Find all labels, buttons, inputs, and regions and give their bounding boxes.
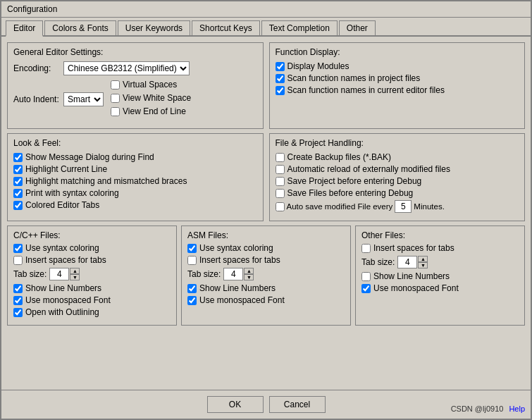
- asm-insert-spaces-label: Insert spaces for tabs: [199, 255, 280, 265]
- save-project-debug-checkbox[interactable]: [276, 177, 285, 186]
- asm-insert-spaces-checkbox[interactable]: [187, 256, 197, 265]
- editor-tab-content: General Editor Settings: Encoding: Chine…: [1, 37, 531, 390]
- asm-use-monospaced-checkbox[interactable]: [187, 296, 197, 305]
- cpp-use-syntax-checkbox[interactable]: [13, 244, 23, 253]
- cpp-files-title: C/C++ Files:: [13, 230, 171, 240]
- tab-user-keywords[interactable]: User Keywords: [118, 20, 190, 35]
- scan-editor-checkbox[interactable]: [276, 86, 285, 95]
- other-show-line-numbers-row: Show Line Numbers: [361, 271, 519, 281]
- view-white-space-checkbox[interactable]: [111, 94, 120, 103]
- tab-editor[interactable]: Editor: [6, 20, 43, 37]
- other-insert-spaces-label: Insert spaces for tabs: [373, 243, 454, 253]
- print-syntax-coloring-label: Print with syntax coloring: [25, 188, 119, 198]
- cpp-files-panel: C/C++ Files: Use syntax coloring Insert …: [7, 226, 177, 326]
- view-end-of-line-checkbox[interactable]: [111, 107, 120, 116]
- asm-use-syntax-checkbox[interactable]: [187, 244, 197, 253]
- show-message-dialog-checkbox[interactable]: [13, 153, 23, 162]
- configuration-window: Configuration Editor Colors & Fonts User…: [0, 0, 532, 420]
- display-modules-label: Display Modules: [287, 61, 349, 71]
- watermark: CSDN @lj0910: [451, 404, 504, 413]
- other-tab-size-input[interactable]: [397, 256, 417, 268]
- autosave-unit: Minutes.: [414, 202, 444, 211]
- auto-indent-label: Auto Indent:: [13, 94, 59, 104]
- cpp-insert-spaces-checkbox[interactable]: [13, 256, 23, 265]
- cpp-show-line-numbers-checkbox[interactable]: [13, 284, 23, 293]
- asm-files-panel: ASM Files: Use syntax coloring Insert sp…: [181, 226, 351, 326]
- look-feel-item-3: Print with syntax coloring: [13, 188, 257, 198]
- save-project-debug-label: Save Project before entering Debug: [287, 176, 422, 186]
- other-use-monospaced-checkbox[interactable]: [361, 284, 371, 293]
- auto-reload-checkbox[interactable]: [276, 165, 285, 174]
- highlight-current-line-checkbox[interactable]: [13, 165, 23, 174]
- encoding-row: Encoding: Chinese GB2312 (Simplified): [13, 61, 257, 75]
- other-show-line-numbers-checkbox[interactable]: [361, 272, 371, 281]
- top-row: General Editor Settings: Encoding: Chine…: [7, 42, 525, 129]
- scan-project-label: Scan function names in project files: [287, 73, 421, 83]
- tab-text-completion[interactable]: Text Completion: [261, 20, 338, 35]
- encoding-select[interactable]: Chinese GB2312 (Simplified): [63, 61, 190, 75]
- asm-tab-size-input[interactable]: [223, 268, 243, 280]
- show-message-dialog-label: Show Message Dialog during Find: [25, 152, 154, 162]
- other-tab-size-up-button[interactable]: ▲: [418, 256, 428, 262]
- file-project-item-0: Create Backup files (*.BAK): [276, 152, 519, 162]
- view-white-space-row: View White Space: [111, 93, 191, 103]
- file-project-title: File & Project Handling:: [276, 138, 519, 148]
- auto-indent-select[interactable]: Smart: [63, 92, 104, 106]
- cpp-tab-size-down-button[interactable]: ▼: [70, 274, 80, 280]
- asm-tab-size-down-button[interactable]: ▼: [244, 274, 254, 280]
- highlight-braces-label: Highlight matching and mismatched braces: [25, 176, 187, 186]
- asm-tab-size-up-button[interactable]: ▲: [244, 268, 254, 274]
- create-backup-checkbox[interactable]: [276, 153, 285, 162]
- cancel-button[interactable]: Cancel: [269, 396, 326, 413]
- other-files-panel: Other Files: Insert spaces for tabs Tab …: [355, 226, 525, 326]
- tab-colors-fonts[interactable]: Colors & Fonts: [44, 20, 116, 35]
- look-feel-panel: Look & Feel: Show Message Dialog during …: [7, 133, 264, 221]
- help-link[interactable]: Help: [509, 404, 525, 413]
- footer: OK Cancel CSDN @lj0910 Help: [1, 390, 531, 419]
- scan-editor-row: Scan function names in current editor fi…: [276, 85, 519, 95]
- cpp-tab-size-label: Tab size:: [13, 269, 47, 279]
- cpp-open-outlining-label: Open with Outlining: [25, 307, 99, 317]
- file-project-item-1: Automatic reload of externally modified …: [276, 164, 519, 174]
- cpp-use-syntax-label: Use syntax coloring: [25, 243, 99, 253]
- autosave-row: Auto save modified File every Minutes.: [276, 200, 519, 213]
- cpp-use-syntax-row: Use syntax coloring: [13, 243, 171, 253]
- save-files-debug-checkbox[interactable]: [276, 189, 285, 198]
- autosave-minutes-input[interactable]: [395, 200, 412, 213]
- other-tab-size-spinbox: ▲ ▼: [397, 256, 428, 268]
- asm-show-line-numbers-label: Show Line Numbers: [199, 283, 276, 293]
- colored-editor-tabs-checkbox[interactable]: [13, 201, 23, 210]
- tab-shortcut-keys[interactable]: Shortcut Keys: [192, 20, 260, 35]
- virtual-spaces-checkbox[interactable]: [111, 80, 120, 89]
- cpp-tab-size-input[interactable]: [49, 268, 69, 280]
- cpp-open-outlining-checkbox[interactable]: [13, 308, 23, 317]
- highlight-current-line-label: Highlight Current Line: [25, 164, 107, 174]
- view-options: Virtual Spaces View White Space View End…: [111, 80, 191, 118]
- ok-button[interactable]: OK: [207, 396, 264, 413]
- look-feel-item-2: Highlight matching and mismatched braces: [13, 176, 257, 186]
- autosave-checkbox[interactable]: [276, 202, 285, 211]
- scan-project-checkbox[interactable]: [276, 74, 285, 83]
- function-display-panel: Function Display: Display Modules Scan f…: [269, 42, 526, 129]
- highlight-braces-checkbox[interactable]: [13, 177, 23, 186]
- other-use-monospaced-row: Use monospaced Font: [361, 283, 519, 293]
- cpp-tab-size-up-button[interactable]: ▲: [70, 268, 80, 274]
- view-white-space-label: View White Space: [123, 93, 191, 103]
- cpp-use-monospaced-label: Use monospaced Font: [25, 295, 111, 305]
- other-files-title: Other Files:: [361, 230, 519, 240]
- asm-show-line-numbers-checkbox[interactable]: [187, 284, 197, 293]
- cpp-use-monospaced-checkbox[interactable]: [13, 296, 23, 305]
- title-bar: Configuration: [1, 1, 531, 18]
- other-insert-spaces-checkbox[interactable]: [361, 244, 371, 253]
- other-show-line-numbers-label: Show Line Numbers: [373, 271, 450, 281]
- other-tab-size-row: Tab size: ▲ ▼: [361, 256, 519, 268]
- other-tab-size-down-button[interactable]: ▼: [418, 262, 428, 268]
- tab-other[interactable]: Other: [339, 20, 376, 35]
- cpp-insert-spaces-row: Insert spaces for tabs: [13, 255, 171, 265]
- asm-tab-size-label: Tab size:: [187, 269, 221, 279]
- print-syntax-coloring-checkbox[interactable]: [13, 189, 23, 198]
- asm-tab-size-spinbox: ▲ ▼: [223, 268, 254, 280]
- footer-right: CSDN @lj0910 Help: [451, 404, 525, 413]
- display-modules-checkbox[interactable]: [276, 62, 285, 71]
- other-tab-size-spinbox-buttons: ▲ ▼: [418, 256, 428, 268]
